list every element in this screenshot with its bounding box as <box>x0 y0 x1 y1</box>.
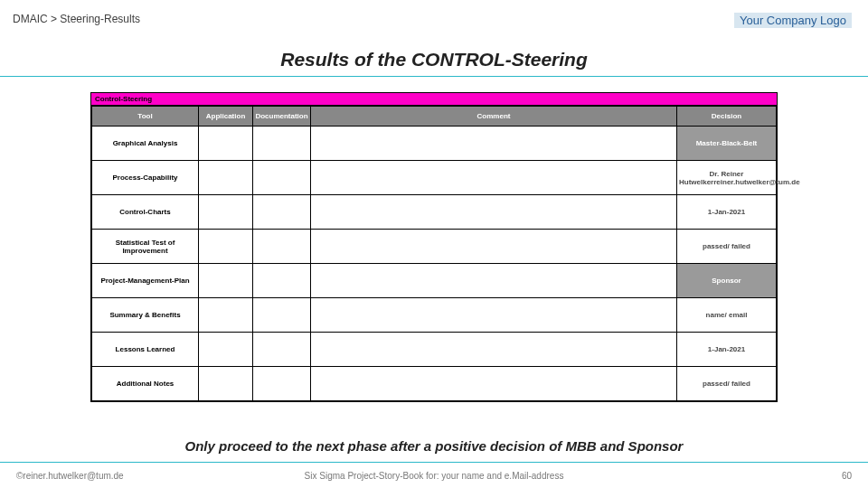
comment-cell <box>311 161 677 195</box>
footer-caption: Six Sigma Project-Story-Book for: your n… <box>0 471 868 481</box>
tool-cell: Graphical Analysis <box>92 127 199 161</box>
table-row: Control-Charts1-Jan-2021 <box>92 195 777 230</box>
decision-cell: Dr. Reiner Hutwelkerreiner.hutwelker@tum… <box>677 161 777 195</box>
decision-cell: Master-Black-Belt <box>677 127 777 161</box>
page-number: 60 <box>842 471 852 481</box>
tool-cell: Control-Charts <box>92 195 199 230</box>
decision-cell: 1-Jan-2021 <box>677 333 777 367</box>
tool-cell: Process-Capability <box>92 161 199 195</box>
tool-cell: Project-Management-Plan <box>92 264 199 298</box>
decision-text: Sponsor <box>712 277 741 285</box>
table-row: Lessons Learned1-Jan-2021 <box>92 333 777 367</box>
application-cell <box>199 333 253 367</box>
title-post: -Steering <box>505 49 588 70</box>
company-logo-placeholder: Your Company Logo <box>734 13 852 28</box>
table-row: Summary & Benefitsname/ email <box>92 298 777 333</box>
tool-cell: Statistical Test of Improvement <box>92 230 199 264</box>
tool-cell: Additional Notes <box>92 367 199 401</box>
table-row: Graphical AnalysisMaster-Black-Belt <box>92 127 777 161</box>
decision-text: 1-Jan-2021 <box>708 345 745 353</box>
col-decision: Decision <box>677 107 777 127</box>
documentation-cell <box>253 298 311 333</box>
application-cell <box>199 264 253 298</box>
proceed-note: Only proceed to the next phase after a p… <box>0 438 868 454</box>
table-row: Project-Management-PlanSponsor <box>92 264 777 298</box>
documentation-cell <box>253 264 311 298</box>
application-cell <box>199 230 253 264</box>
steering-table: Control-Steering Tool Application Docume… <box>90 92 778 402</box>
col-comment: Comment <box>311 107 677 127</box>
application-cell <box>199 195 253 230</box>
footer-copyright: ©reiner.hutwelker@tum.de <box>16 471 124 481</box>
tool-cell: Summary & Benefits <box>92 298 199 333</box>
decision-cell: passed/ failed <box>677 230 777 264</box>
application-cell <box>199 367 253 401</box>
page-title: Results of the CONTROL-Steering <box>0 49 868 70</box>
col-application: Application <box>199 107 253 127</box>
table-row: Additional Notespassed/ failed <box>92 367 777 401</box>
documentation-cell <box>253 127 311 161</box>
decision-cell: passed/ failed <box>677 367 777 401</box>
application-cell <box>199 298 253 333</box>
table-row: Process-CapabilityDr. Reiner Hutwelkerre… <box>92 161 777 195</box>
decision-cell: name/ email <box>677 298 777 333</box>
application-cell <box>199 161 253 195</box>
documentation-cell <box>253 230 311 264</box>
band-header: Control-Steering <box>91 93 777 106</box>
comment-cell <box>311 333 677 367</box>
column-header-row: Tool Application Documentation Comment D… <box>92 107 777 127</box>
table-row: Statistical Test of Improvementpassed/ f… <box>92 230 777 264</box>
title-emphasis: CONTROL <box>411 49 505 70</box>
decision-text: passed/ failed <box>703 380 750 388</box>
title-pre: Results of the <box>280 49 411 70</box>
col-documentation: Documentation <box>253 107 311 127</box>
documentation-cell <box>253 367 311 401</box>
decision-sub: reiner.hutwelker@tum.de <box>713 178 799 186</box>
title-rule <box>0 76 868 77</box>
decision-text: passed/ failed <box>703 242 750 250</box>
application-cell <box>199 127 253 161</box>
decision-text: name/ email <box>706 311 748 319</box>
footer-rule <box>0 462 868 463</box>
decision-cell: Sponsor <box>677 264 777 298</box>
col-tool: Tool <box>92 107 199 127</box>
documentation-cell <box>253 333 311 367</box>
documentation-cell <box>253 161 311 195</box>
comment-cell <box>311 298 677 333</box>
comment-cell <box>311 127 677 161</box>
tool-cell: Lessons Learned <box>92 333 199 367</box>
comment-cell <box>311 230 677 264</box>
comment-cell <box>311 195 677 230</box>
documentation-cell <box>253 195 311 230</box>
decision-cell: 1-Jan-2021 <box>677 195 777 230</box>
decision-text: Master-Black-Belt <box>696 139 758 147</box>
decision-text: 1-Jan-2021 <box>708 208 745 216</box>
comment-cell <box>311 367 677 401</box>
breadcrumb: DMAIC > Steering-Results <box>13 13 140 25</box>
comment-cell <box>311 264 677 298</box>
